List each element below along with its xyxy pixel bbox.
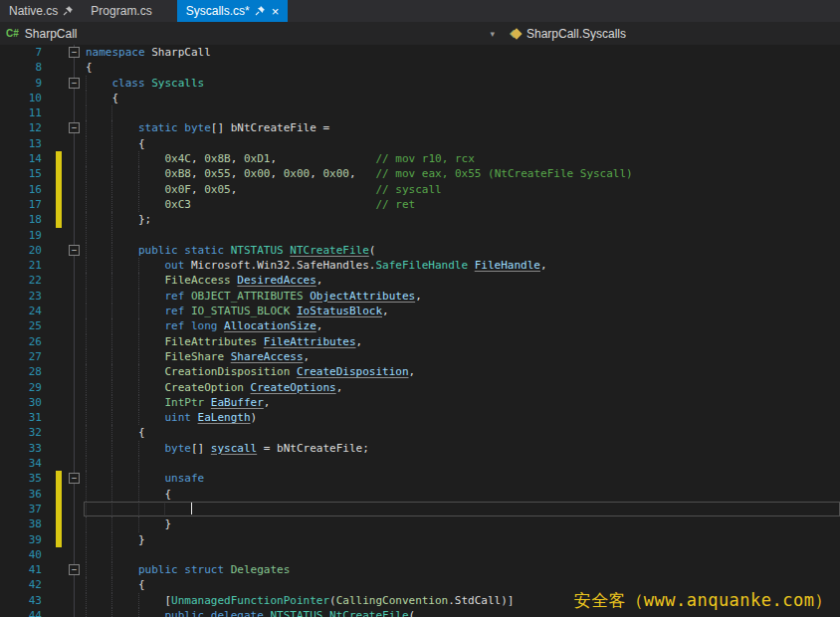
change-marker — [56, 197, 62, 212]
code-line[interactable]: 28 CreationDisposition CreateDisposition… — [0, 364, 840, 379]
indent-guide — [138, 608, 164, 617]
code-text: { — [86, 136, 840, 151]
indent-guide — [86, 441, 111, 456]
code-line[interactable]: 26 FileAttributes FileAttributes, — [0, 334, 840, 349]
code-text: uint EaLength) — [86, 410, 840, 425]
code-line[interactable]: 11 — [0, 105, 840, 120]
code-line[interactable]: 12− static byte[] bNtCreateFile = — [0, 120, 840, 135]
code-line[interactable]: 14 0x4C, 0x8B, 0xD1, // mov r10, rcx — [0, 151, 840, 166]
indent-guide — [138, 502, 164, 516]
code-text: CreationDisposition CreateDisposition, — [86, 364, 840, 379]
change-marker — [56, 516, 62, 531]
code-line[interactable]: 36 { — [0, 487, 840, 502]
code-area[interactable]: 7−namespace SharpCall8{9− class Syscalls… — [0, 45, 840, 617]
line-number: 20 — [0, 243, 42, 258]
indent-guide — [111, 593, 137, 608]
indent-guide — [86, 197, 111, 212]
indent-guide — [138, 441, 164, 456]
code-line[interactable]: 33 byte[] syscall = bNtCreateFile; — [0, 441, 840, 456]
change-marker — [56, 76, 62, 91]
indent-guide — [111, 364, 137, 379]
fold-column — [66, 364, 84, 379]
code-line[interactable]: 20− public static NTSTATUS NTCreateFile( — [0, 243, 840, 258]
code-line[interactable]: 37 — [0, 502, 840, 516]
change-marker — [56, 593, 62, 608]
code-line[interactable]: 35− unsafe — [0, 471, 840, 486]
code-text: } — [86, 532, 840, 547]
code-text: static byte[] bNtCreateFile = — [86, 120, 840, 135]
fold-toggle-icon[interactable]: − — [69, 122, 80, 133]
code-line[interactable]: 27 FileShare ShareAccess, — [0, 349, 840, 364]
tab-program-cs[interactable]: Program.cs — [82, 0, 160, 22]
code-line[interactable]: 38 } — [0, 516, 840, 531]
code-line[interactable]: 8{ — [0, 60, 840, 75]
indent-guide — [111, 182, 137, 197]
indent-guide — [86, 425, 111, 440]
indent-guide — [138, 304, 164, 318]
code-line[interactable]: 19 — [0, 228, 840, 243]
project-dropdown[interactable]: C# SharpCall ▾ — [0, 22, 503, 45]
code-text: public struct Delegates — [86, 562, 840, 577]
indent-guide — [86, 334, 111, 349]
code-line[interactable]: 31 uint EaLength) — [0, 410, 840, 425]
code-line[interactable]: 25 ref long AllocationSize, — [0, 318, 840, 333]
text-cursor — [191, 503, 192, 514]
code-line[interactable]: 18 }; — [0, 212, 840, 227]
fold-toggle-icon[interactable]: − — [69, 245, 80, 256]
code-line[interactable]: 34 — [0, 456, 840, 471]
code-line[interactable]: 15 0xB8, 0x55, 0x00, 0x00, 0x00, // mov … — [0, 166, 840, 181]
tab-native-cs[interactable]: Native.cs — [0, 0, 82, 22]
code-line[interactable]: 29 CreateOption CreateOptions, — [0, 380, 840, 395]
code-line[interactable]: 9− class Syscalls — [0, 76, 840, 91]
indent-guide — [164, 502, 190, 516]
change-marker — [56, 91, 62, 105]
fold-toggle-icon[interactable]: − — [69, 564, 80, 575]
line-number: 14 — [0, 151, 42, 166]
code-line[interactable]: 39 } — [0, 532, 840, 547]
code-line[interactable]: 41− public struct Delegates — [0, 562, 840, 577]
change-marker — [56, 456, 62, 471]
indent-guide — [86, 258, 111, 273]
fold-toggle-icon[interactable]: − — [69, 47, 80, 58]
code-line[interactable]: 13 { — [0, 136, 840, 151]
code-text: unsafe — [86, 471, 840, 486]
line-number: 30 — [0, 395, 42, 410]
chevron-down-icon[interactable]: ▾ — [490, 29, 497, 39]
change-marker — [56, 410, 62, 425]
code-line[interactable]: 40 — [0, 547, 840, 562]
member-dropdown[interactable]: SharpCall.Syscalls — [503, 22, 626, 45]
indent-guide — [86, 151, 111, 166]
indent-guide — [111, 577, 137, 592]
fold-column: − — [66, 45, 84, 60]
change-marker — [56, 105, 62, 120]
code-line[interactable]: 16 0x0F, 0x05, // syscall — [0, 182, 840, 197]
code-line[interactable]: 30 IntPtr EaBuffer, — [0, 395, 840, 410]
indent-guide — [138, 289, 164, 304]
code-text: public static NTSTATUS NTCreateFile( — [86, 243, 840, 258]
code-line[interactable]: 7−namespace SharpCall — [0, 45, 840, 60]
indent-guide — [138, 380, 164, 395]
code-line[interactable]: 21 out Microsoft.Win32.SafeHandles.SafeF… — [0, 258, 840, 273]
pin-icon[interactable] — [63, 6, 73, 16]
change-marker — [56, 608, 62, 617]
code-line[interactable]: 23 ref OBJECT_ATTRIBUTES ObjectAttribute… — [0, 289, 840, 304]
code-line[interactable]: 17 0xC3 // ret — [0, 197, 840, 212]
code-text: byte[] syscall = bNtCreateFile; — [86, 441, 840, 456]
tab-syscalls-cs[interactable]: Syscalls.cs* × — [177, 0, 289, 22]
code-line[interactable]: 10 { — [0, 91, 840, 105]
line-number: 38 — [0, 516, 42, 531]
indent-guide — [111, 304, 137, 318]
fold-toggle-icon[interactable]: − — [69, 473, 80, 484]
code-line[interactable]: 24 ref IO_STATUS_BLOCK IoStatusBlock, — [0, 304, 840, 318]
pin-icon[interactable] — [255, 6, 265, 16]
change-marker — [56, 380, 62, 395]
change-marker — [56, 425, 62, 440]
fold-column — [66, 532, 84, 547]
code-line[interactable]: 22 FileAccess DesiredAcces, — [0, 273, 840, 288]
tab-label: Native.cs — [9, 4, 58, 18]
code-line[interactable]: 32 { — [0, 425, 840, 440]
fold-toggle-icon[interactable]: − — [69, 78, 80, 89]
change-marker — [56, 471, 62, 486]
close-icon[interactable]: × — [272, 5, 280, 18]
fold-column — [66, 228, 84, 243]
